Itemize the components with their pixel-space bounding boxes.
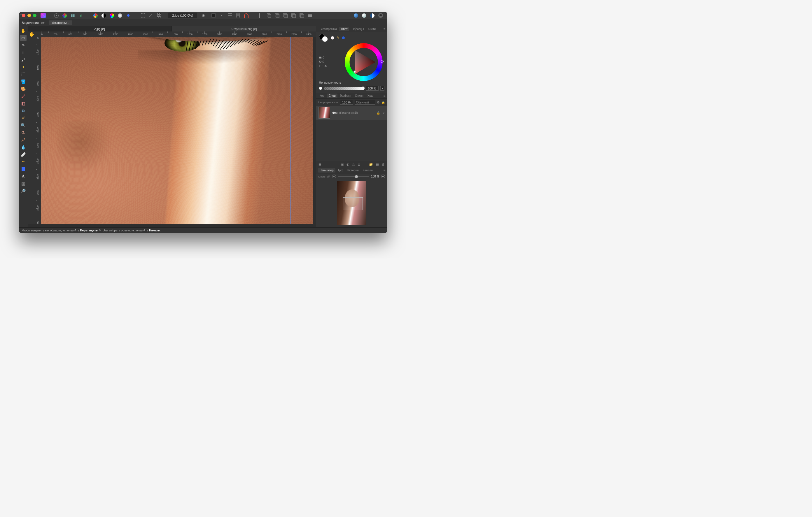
blend-opacity-value[interactable]: 100 % [340,100,353,104]
tab-brushes[interactable]: Кисти [366,27,378,31]
hourglass-icon[interactable]: ⧗ [358,163,360,166]
tab-hrsh[interactable]: Хрщ [366,94,375,98]
arrange-forward-icon[interactable] [282,12,289,19]
marquee-icon[interactable] [139,12,147,19]
pen-tool[interactable]: ✒ [20,158,27,165]
checker-icon[interactable] [155,12,163,19]
view-chevron-icon[interactable]: ▾ [218,12,226,19]
secondary-swatch[interactable] [322,36,328,42]
clone-tool[interactable]: ⧉ [20,108,27,114]
patch-tool[interactable]: 🩹 [20,151,27,158]
brush-tool[interactable]: 🖌 [20,57,27,63]
selection-brush-tool[interactable]: ✎ [20,42,27,49]
layers-stack-icon[interactable]: ☰ [319,163,321,166]
tab-history[interactable]: История [346,168,360,173]
dark-square-icon[interactable] [210,12,217,19]
zoom-slider-knob[interactable] [355,175,358,178]
document-tab-1[interactable]: 2.jpg [И] [28,26,172,31]
flood-tool[interactable]: 🪣 [20,79,27,85]
tab-color[interactable]: Цвет [339,27,349,31]
assets-icon[interactable] [53,12,60,19]
tab-channels[interactable]: Каналы [361,168,375,173]
presets-button[interactable]: Установки... [49,21,72,25]
zoom-out-button[interactable]: − [332,175,336,178]
dodge-tool[interactable]: ✐ [20,115,27,121]
tab-navigator[interactable]: Навигатор [318,168,336,173]
no-color-icon[interactable] [331,36,334,40]
arrange-back-icon[interactable] [265,12,273,19]
layer-lock-toggle[interactable]: 🔒 [381,101,385,104]
color-wheel[interactable] [345,43,383,81]
sphere-half-icon[interactable] [369,12,376,19]
align-left-icon[interactable]: ▎ [257,12,265,19]
layer-visibility-checkbox[interactable]: ✓ [382,111,385,115]
opacity-slider[interactable] [324,87,364,90]
layer-settings-icon[interactable]: ⚙ [377,100,380,104]
zoom-in-button[interactable]: + [381,175,385,178]
accent-icon[interactable] [124,12,132,19]
align-icon[interactable] [234,12,242,19]
move-tool[interactable]: ▭ [20,35,27,41]
trash-icon[interactable]: 🗑 [382,163,385,166]
grid-icon[interactable] [226,12,234,19]
tab-styles[interactable]: Стили [353,94,365,98]
canvas-viewport[interactable] [41,37,313,224]
hue-icon[interactable] [108,12,116,19]
rectangle-tool[interactable] [20,166,27,172]
distribute-icon[interactable] [306,12,314,19]
zoom-slider[interactable] [338,176,370,177]
blend-mode-select[interactable]: Обычный [355,100,375,104]
recent-color-icon[interactable] [342,36,345,39]
arrange-front-icon[interactable] [290,12,297,19]
opacity-stepper[interactable]: ▾ [380,86,384,91]
folder-icon[interactable]: 📁 [369,163,373,166]
scrollbar-vertical[interactable] [313,37,316,224]
magnet-icon[interactable] [242,12,250,19]
erase-tool[interactable]: ◧ [20,100,27,107]
healing-tool[interactable]: 💧 [20,144,27,150]
guide-vertical[interactable] [290,37,291,224]
fx-icon[interactable]: fx [352,163,355,166]
share-icon[interactable]: ⋔ [77,12,85,19]
color-picker-tool[interactable]: ✦ [20,64,27,70]
layers-menu-icon[interactable]: ≡ [383,94,385,98]
guide-vertical[interactable] [141,37,141,224]
sphere-blue-icon[interactable] [352,12,360,19]
crop-tool[interactable]: ⌗ [20,49,27,56]
account-icon[interactable] [377,12,384,19]
ruler-corner[interactable]: ✋ [28,31,36,37]
adjustment-icon[interactable]: ◐ [347,163,349,166]
marquee-rect-tool[interactable] [20,71,27,78]
radial-icon[interactable] [116,12,124,19]
tab-swatches[interactable]: Образцы [350,27,366,31]
layer-row[interactable]: Фон (Пиксельный) 🔒 ✓ [316,106,387,120]
ruler-horizontal[interactable]: 6007008009001000110012001300140015001600… [41,31,316,37]
zoom-tool[interactable]: 🔎 [20,188,27,194]
mesh-tool[interactable]: ▦ [20,180,27,187]
hand-tool[interactable]: ✋ [20,27,27,34]
hue-handle[interactable] [381,60,383,63]
autolevels-icon[interactable] [92,12,99,19]
tab-histogram[interactable]: Гистограмма [318,27,339,31]
personas-icon[interactable] [61,12,68,19]
mask-icon[interactable]: ▣ [341,163,344,166]
navigator-thumbnail[interactable] [337,181,366,225]
color-swatches[interactable] [319,34,328,42]
diagonal-icon[interactable] [147,12,155,19]
grid-thumb-icon[interactable]: ▦ [376,163,379,166]
eyedropper-icon[interactable]: ✎ [337,36,340,40]
scrollbar-horizontal[interactable] [28,224,316,227]
zoom-window-button[interactable] [33,14,36,17]
tab-transform[interactable]: Трф [336,168,345,173]
mixer-tool[interactable]: 🎨 [20,86,27,92]
panel-menu-icon[interactable]: ≡ [383,27,385,31]
tab-effects[interactable]: Эффект [338,94,353,98]
paint-brush-tool[interactable]: 🖊 [20,93,27,99]
sl-handle[interactable] [353,70,356,73]
minimize-window-button[interactable] [27,14,31,17]
nav-menu-icon[interactable]: ≡ [383,169,385,173]
layer-lock-icon[interactable]: 🔒 [377,111,380,115]
sphere-white-icon[interactable] [360,12,368,19]
sponge-tool[interactable]: 🖍 [20,137,27,143]
text-tool[interactable]: A [20,173,27,180]
